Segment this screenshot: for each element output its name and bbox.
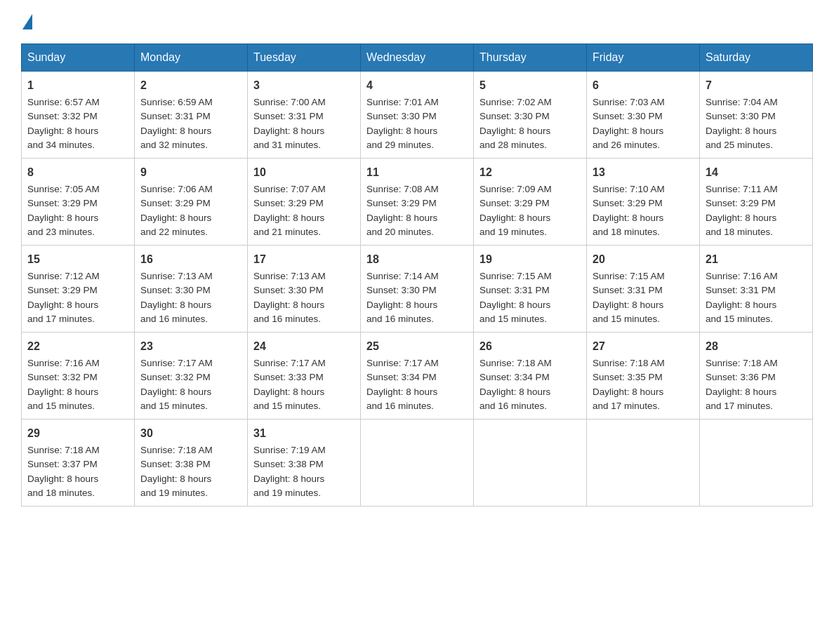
sunrise-text: Sunrise: 7:10 AM [593,182,694,196]
sunset-text: Sunset: 3:38 PM [140,457,241,471]
day-number: 6 [593,77,694,94]
calendar-cell: 14Sunrise: 7:11 AMSunset: 3:29 PMDayligh… [700,159,813,246]
daylight-text: Daylight: 8 hours [140,472,241,486]
sunrise-text: Sunrise: 7:00 AM [253,95,355,109]
calendar-cell: 15Sunrise: 7:12 AMSunset: 3:29 PMDayligh… [22,246,135,333]
day-number: 4 [366,77,468,94]
daylight-minutes: and 32 minutes. [140,138,241,152]
daylight-text: Daylight: 8 hours [27,385,128,399]
daylight-text: Daylight: 8 hours [253,472,355,486]
calendar-cell [361,420,474,507]
day-number: 21 [706,251,807,268]
daylight-minutes: and 15 minutes. [27,399,128,413]
sunrise-text: Sunrise: 7:18 AM [706,356,807,370]
daylight-minutes: and 18 minutes. [27,486,128,500]
sunrise-text: Sunrise: 7:02 AM [479,95,581,109]
daylight-minutes: and 15 minutes. [593,312,694,326]
day-number: 25 [366,338,468,355]
daylight-text: Daylight: 8 hours [706,385,807,399]
sunset-text: Sunset: 3:31 PM [253,109,355,123]
sunrise-text: Sunrise: 7:15 AM [593,269,694,283]
daylight-text: Daylight: 8 hours [140,385,241,399]
daylight-text: Daylight: 8 hours [366,124,468,138]
calendar-cell: 17Sunrise: 7:13 AMSunset: 3:30 PMDayligh… [248,246,361,333]
sunrise-text: Sunrise: 7:06 AM [140,182,241,196]
sunrise-text: Sunrise: 6:59 AM [140,95,241,109]
daylight-text: Daylight: 8 hours [253,298,355,312]
calendar-header-sunday: Sunday [22,44,135,72]
calendar-cell: 27Sunrise: 7:18 AMSunset: 3:35 PMDayligh… [587,333,700,420]
calendar-cell: 10Sunrise: 7:07 AMSunset: 3:29 PMDayligh… [248,159,361,246]
daylight-minutes: and 26 minutes. [593,138,694,152]
day-number: 11 [366,164,468,181]
calendar-cell: 26Sunrise: 7:18 AMSunset: 3:34 PMDayligh… [474,333,587,420]
sunrise-text: Sunrise: 7:13 AM [140,269,241,283]
calendar-cell [700,420,813,507]
day-number: 3 [253,77,355,94]
sunrise-text: Sunrise: 7:17 AM [366,356,468,370]
sunset-text: Sunset: 3:33 PM [253,370,355,384]
day-number: 15 [27,251,128,268]
calendar-cell: 3Sunrise: 7:00 AMSunset: 3:31 PMDaylight… [248,72,361,159]
sunset-text: Sunset: 3:30 PM [706,109,807,123]
calendar-cell: 8Sunrise: 7:05 AMSunset: 3:29 PMDaylight… [22,159,135,246]
calendar-cell [474,420,587,507]
calendar-header-friday: Friday [587,44,700,72]
sunrise-text: Sunrise: 7:07 AM [253,182,355,196]
daylight-minutes: and 25 minutes. [706,138,807,152]
calendar-cell: 2Sunrise: 6:59 AMSunset: 3:31 PMDaylight… [135,72,248,159]
sunrise-text: Sunrise: 7:19 AM [253,443,355,457]
daylight-minutes: and 16 minutes. [479,399,581,413]
day-number: 10 [253,164,355,181]
sunset-text: Sunset: 3:30 PM [366,109,468,123]
daylight-text: Daylight: 8 hours [27,124,128,138]
day-number: 22 [27,338,128,355]
day-number: 5 [479,77,581,94]
calendar-cell: 11Sunrise: 7:08 AMSunset: 3:29 PMDayligh… [361,159,474,246]
calendar-week-row: 8Sunrise: 7:05 AMSunset: 3:29 PMDaylight… [22,159,813,246]
calendar-cell: 9Sunrise: 7:06 AMSunset: 3:29 PMDaylight… [135,159,248,246]
day-number: 19 [479,251,581,268]
calendar-cell: 24Sunrise: 7:17 AMSunset: 3:33 PMDayligh… [248,333,361,420]
sunset-text: Sunset: 3:32 PM [140,370,241,384]
logo-triangle-icon [22,14,32,29]
day-number: 14 [706,164,807,181]
daylight-text: Daylight: 8 hours [593,211,694,225]
daylight-text: Daylight: 8 hours [479,298,581,312]
calendar-week-row: 1Sunrise: 6:57 AMSunset: 3:32 PMDaylight… [22,72,813,159]
daylight-text: Daylight: 8 hours [27,211,128,225]
day-number: 17 [253,251,355,268]
day-number: 7 [706,77,807,94]
calendar-cell: 29Sunrise: 7:18 AMSunset: 3:37 PMDayligh… [22,420,135,507]
daylight-minutes: and 17 minutes. [593,399,694,413]
day-number: 9 [140,164,241,181]
sunrise-text: Sunrise: 7:17 AM [140,356,241,370]
daylight-text: Daylight: 8 hours [253,211,355,225]
daylight-text: Daylight: 8 hours [479,385,581,399]
sunset-text: Sunset: 3:29 PM [27,283,128,297]
sunrise-text: Sunrise: 6:57 AM [27,95,128,109]
calendar-cell: 16Sunrise: 7:13 AMSunset: 3:30 PMDayligh… [135,246,248,333]
sunset-text: Sunset: 3:30 PM [593,109,694,123]
daylight-minutes: and 19 minutes. [479,225,581,239]
sunset-text: Sunset: 3:29 PM [253,196,355,210]
calendar-cell: 4Sunrise: 7:01 AMSunset: 3:30 PMDaylight… [361,72,474,159]
calendar-cell: 21Sunrise: 7:16 AMSunset: 3:31 PMDayligh… [700,246,813,333]
sunset-text: Sunset: 3:36 PM [706,370,807,384]
daylight-text: Daylight: 8 hours [593,385,694,399]
calendar-header-wednesday: Wednesday [361,44,474,72]
calendar-cell: 25Sunrise: 7:17 AMSunset: 3:34 PMDayligh… [361,333,474,420]
calendar-cell: 30Sunrise: 7:18 AMSunset: 3:38 PMDayligh… [135,420,248,507]
daylight-text: Daylight: 8 hours [253,124,355,138]
calendar-cell: 22Sunrise: 7:16 AMSunset: 3:32 PMDayligh… [22,333,135,420]
calendar-cell: 1Sunrise: 6:57 AMSunset: 3:32 PMDaylight… [22,72,135,159]
sunset-text: Sunset: 3:31 PM [593,283,694,297]
sunset-text: Sunset: 3:29 PM [27,196,128,210]
daylight-minutes: and 28 minutes. [479,138,581,152]
calendar-week-row: 29Sunrise: 7:18 AMSunset: 3:37 PMDayligh… [22,420,813,507]
day-number: 28 [706,338,807,355]
sunset-text: Sunset: 3:34 PM [366,370,468,384]
calendar-cell: 7Sunrise: 7:04 AMSunset: 3:30 PMDaylight… [700,72,813,159]
day-number: 30 [140,425,241,442]
sunset-text: Sunset: 3:32 PM [27,109,128,123]
